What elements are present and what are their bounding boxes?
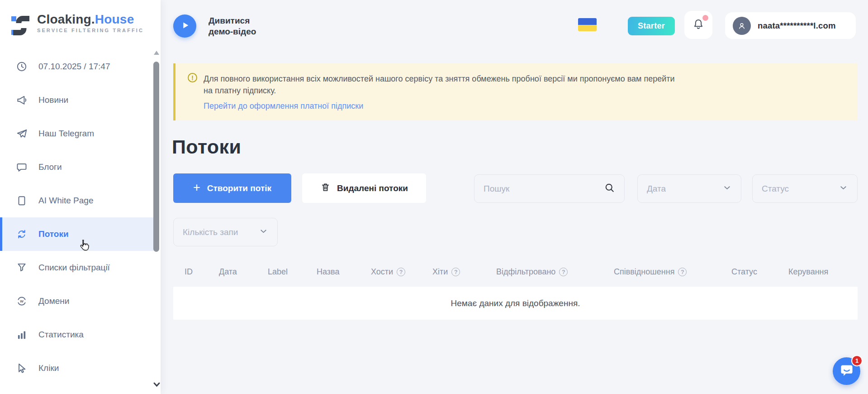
app-root: Cloaking.House SERVICE FILTERING TRAFFIC…	[0, 0, 868, 394]
table-header-row: ID Дата Label Назва Хости? Хіти? Відфіль…	[173, 263, 858, 282]
upgrade-subscription-link[interactable]: Перейти до оформлення платної підписки	[204, 101, 363, 111]
bar-chart-icon	[15, 329, 28, 341]
chat-bubble-icon	[15, 161, 28, 173]
warning-icon: !	[188, 73, 197, 82]
brand-text: Cloaking.House SERVICE FILTERING TRAFFIC	[37, 13, 144, 33]
telegram-icon	[15, 128, 28, 140]
user-avatar-icon	[733, 17, 751, 35]
sidebar-item-streams[interactable]: Потоки	[0, 217, 154, 251]
deleted-streams-button[interactable]: Видалені потоки	[302, 173, 426, 203]
sidebar-nav: 07.10.2025 / 17:47 Новини Наш Telegram Б…	[0, 50, 154, 385]
user-account-button[interactable]: naata**********l.com	[725, 12, 856, 39]
column-header-hosts: Хости?	[371, 267, 405, 277]
sidebar-item-filter-lists[interactable]: Списки фільтрації	[0, 251, 154, 284]
column-header-name: Назва	[317, 267, 339, 277]
help-icon[interactable]: ?	[678, 268, 687, 276]
notification-dot	[702, 15, 708, 21]
demo-video-label[interactable]: Дивитися демо-відео	[209, 15, 268, 37]
help-icon[interactable]: ?	[451, 268, 460, 276]
column-header-date: Дата	[219, 267, 237, 277]
page-title: Потоки	[172, 136, 241, 158]
sidebar-item-blogs[interactable]: Блоги	[0, 150, 154, 184]
notifications-button[interactable]	[684, 11, 712, 39]
table-empty-state: Немає даних для відображення.	[173, 287, 858, 320]
play-icon	[180, 20, 190, 32]
scroll-up-arrow-icon[interactable]	[154, 51, 159, 55]
sidebar: Cloaking.House SERVICE FILTERING TRAFFIC…	[0, 0, 161, 394]
status-filter-select[interactable]: Статус	[752, 174, 858, 203]
banner-message: Для повного використання всіх можливосте…	[204, 73, 676, 96]
flag-yellow-stripe	[578, 25, 597, 32]
column-header-id: ID	[185, 267, 193, 277]
trial-warning-banner: ! Для повного використання всіх можливос…	[173, 63, 858, 120]
brand-title: Cloaking.House	[37, 13, 144, 26]
streams-sync-icon	[15, 228, 28, 240]
help-icon[interactable]: ?	[397, 268, 405, 276]
column-header-manage: Керування	[788, 267, 828, 277]
sidebar-scrollbar	[153, 51, 160, 390]
clock-icon	[15, 61, 28, 73]
search-input[interactable]	[484, 184, 604, 194]
brand-logo-icon	[11, 13, 32, 40]
language-flag-ukraine[interactable]	[578, 18, 597, 31]
megaphone-icon	[15, 94, 28, 106]
scrollbar-thumb[interactable]	[153, 62, 159, 252]
column-header-status: Статус	[731, 267, 757, 277]
chevron-down-icon	[839, 183, 848, 194]
filter-funnel-icon	[15, 262, 28, 274]
sidebar-item-statistics[interactable]: Статистика	[0, 318, 154, 351]
brand-logo[interactable]: Cloaking.House SERVICE FILTERING TRAFFIC	[11, 13, 144, 40]
page-icon	[15, 195, 28, 207]
create-stream-button[interactable]: + Створити потік	[173, 173, 291, 203]
chat-widget-button[interactable]: 1	[833, 357, 860, 385]
chevron-down-icon	[259, 226, 268, 238]
sidebar-item-domains[interactable]: w Домени	[0, 284, 154, 318]
column-header-label: Label	[268, 267, 288, 277]
scroll-down-arrow-icon[interactable]	[153, 381, 161, 389]
main-content: Дивитися демо-відео Starter naata*******…	[161, 0, 868, 394]
column-header-filtered: Відфільтровано?	[496, 267, 568, 277]
plus-icon: +	[193, 182, 200, 194]
column-header-ratio: Співвідношення?	[614, 267, 687, 277]
trash-icon	[320, 182, 331, 195]
brand-tagline: SERVICE FILTERING TRAFFIC	[37, 28, 144, 33]
sidebar-item-news[interactable]: Новини	[0, 83, 154, 117]
search-icon	[604, 182, 615, 195]
sidebar-item-clicks[interactable]: Кліки	[0, 351, 154, 385]
chat-widget-icon	[840, 363, 854, 380]
sidebar-item-ai-white-page[interactable]: AI White Page	[0, 184, 154, 217]
date-filter-select[interactable]: Дата	[637, 174, 741, 203]
cursor-click-icon	[15, 362, 28, 375]
help-icon[interactable]: ?	[559, 268, 568, 276]
column-header-hits: Хіти?	[432, 267, 460, 277]
search-box	[474, 174, 625, 203]
user-email: naata**********l.com	[758, 21, 836, 31]
per-page-select[interactable]: Кількість запи	[173, 218, 278, 246]
chat-unread-badge: 1	[851, 355, 863, 366]
demo-video-play-button[interactable]	[173, 14, 196, 38]
domain-w-icon: w	[15, 295, 28, 308]
svg-text:w: w	[19, 298, 24, 303]
sidebar-datetime: 07.10.2025 / 17:47	[0, 50, 154, 83]
flag-blue-stripe	[578, 18, 597, 25]
plan-badge[interactable]: Starter	[628, 17, 675, 35]
sidebar-item-telegram[interactable]: Наш Telegram	[0, 117, 154, 150]
chevron-down-icon	[722, 183, 732, 194]
